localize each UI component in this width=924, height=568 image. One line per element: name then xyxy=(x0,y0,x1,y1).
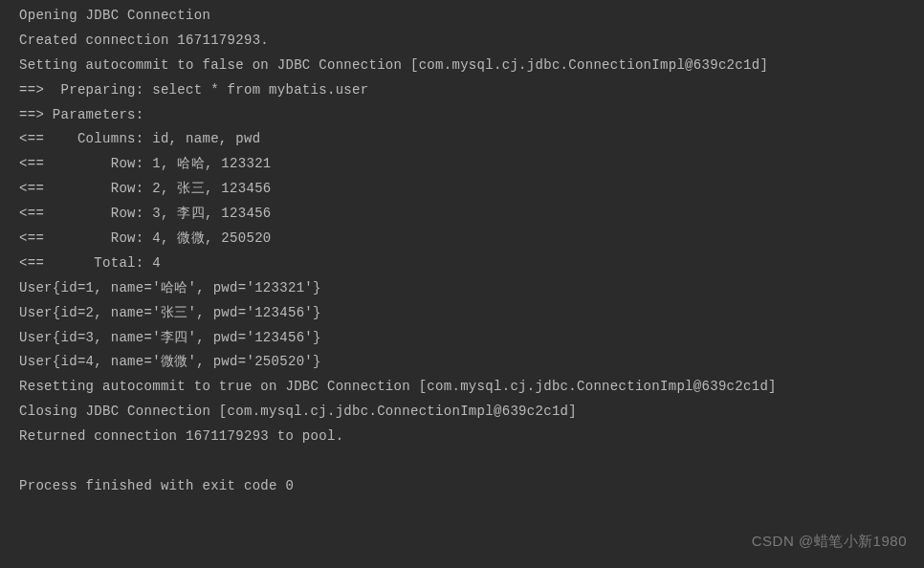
console-line: Setting autocommit to false on JDBC Conn… xyxy=(19,54,905,78)
console-line: <== Row: 1, 哈哈, 123321 xyxy=(19,152,905,177)
watermark: CSDN @蜡笔小新1980 xyxy=(752,528,907,555)
console-line: ==> Preparing: select * from mybatis.use… xyxy=(19,78,905,103)
console-line: Returned connection 1671179293 to pool. xyxy=(19,425,905,449)
console-line: <== Row: 3, 李四, 123456 xyxy=(19,202,905,227)
console-line: Created connection 1671179293. xyxy=(19,29,905,54)
console-line: User{id=4, name='微微', pwd='250520'} xyxy=(19,350,905,375)
process-exit-line: Process finished with exit code 0 xyxy=(19,474,905,499)
console-line: User{id=3, name='李四', pwd='123456'} xyxy=(19,326,905,351)
console-line: Closing JDBC Connection [com.mysql.cj.jd… xyxy=(19,400,905,425)
console-line: <== Row: 2, 张三, 123456 xyxy=(19,177,905,202)
console-line: <== Row: 4, 微微, 250520 xyxy=(19,227,905,251)
console-line: Resetting autocommit to true on JDBC Con… xyxy=(19,375,905,400)
console-line: User{id=1, name='哈哈', pwd='123321'} xyxy=(19,276,905,301)
blank-line xyxy=(19,449,905,474)
console-line: <== Total: 4 xyxy=(19,251,905,276)
console-line: Opening JDBC Connection xyxy=(19,4,905,29)
console-output: Opening JDBC Connection Created connecti… xyxy=(19,4,905,499)
console-line: ==> Parameters: xyxy=(19,103,905,128)
console-line: <== Columns: id, name, pwd xyxy=(19,127,905,152)
console-line: User{id=2, name='张三', pwd='123456'} xyxy=(19,301,905,326)
